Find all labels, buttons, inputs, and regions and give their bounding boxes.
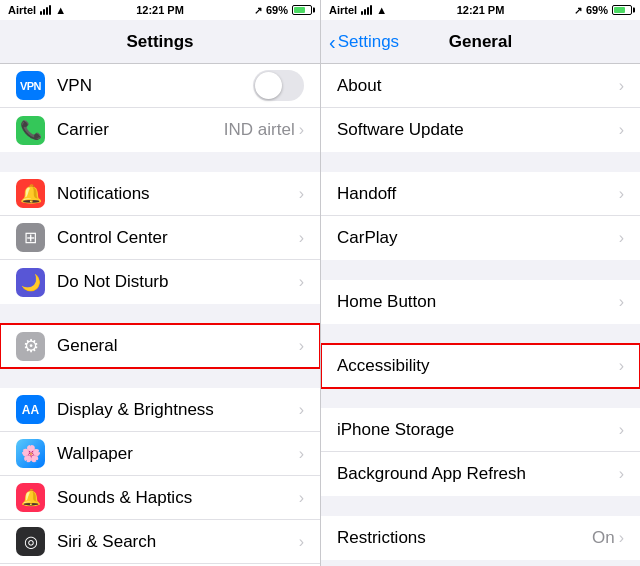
settings-item-siri[interactable]: ◎ Siri & Search › <box>0 520 320 564</box>
signal-bars-left <box>40 5 51 15</box>
settings-item-general[interactable]: ⚙ General › <box>0 324 320 368</box>
settings-item-home-button[interactable]: Home Button › <box>321 280 640 324</box>
back-label: Settings <box>338 32 399 52</box>
software-update-label: Software Update <box>337 120 619 140</box>
settings-item-sounds[interactable]: 🔔 Sounds & Haptics › <box>0 476 320 520</box>
gap-r1 <box>321 152 640 172</box>
right-scroll[interactable]: About › Software Update › Handoff › CarP… <box>321 64 640 566</box>
control-center-icon: ⊞ <box>16 223 45 252</box>
back-chevron-icon: ‹ <box>329 32 336 52</box>
accessibility-chevron: › <box>619 357 624 375</box>
carrier-value: IND airtel <box>224 120 295 140</box>
siri-icon: ◎ <box>16 527 45 556</box>
status-bar-right: Airtel ▲ 12:21 PM ↗ 69% <box>321 0 640 20</box>
storage-section: iPhone Storage › Background App Refresh … <box>321 408 640 496</box>
carrier-right: Airtel <box>329 4 357 16</box>
general-label: General <box>57 336 299 356</box>
handoff-label: Handoff <box>337 184 619 204</box>
display-chevron: › <box>299 401 304 419</box>
settings-item-carplay[interactable]: CarPlay › <box>321 216 640 260</box>
restrictions-value: On <box>592 528 615 548</box>
carrier-label: Carrier <box>57 120 224 140</box>
nav-title-left: Settings <box>126 32 193 52</box>
nav-bar-left: Settings <box>0 20 320 64</box>
gap3 <box>0 368 320 388</box>
carrier-chevron: › <box>299 121 304 139</box>
right-panel: Airtel ▲ 12:21 PM ↗ 69% ‹ Settings Gener… <box>320 0 640 566</box>
settings-item-notifications[interactable]: 🔔 Notifications › <box>0 172 320 216</box>
bg-refresh-chevron: › <box>619 465 624 483</box>
settings-item-vpn[interactable]: VPN VPN <box>0 64 320 108</box>
wifi-icon-left: ▲ <box>55 4 66 16</box>
wallpaper-label: Wallpaper <box>57 444 299 464</box>
restrictions-label: Restrictions <box>337 528 592 548</box>
settings-item-software-update[interactable]: Software Update › <box>321 108 640 152</box>
settings-item-accessibility[interactable]: Accessibility › <box>321 344 640 388</box>
dnd-label: Do Not Disturb <box>57 272 299 292</box>
accessibility-label: Accessibility <box>337 356 619 376</box>
carrier-icon: 📞 <box>16 116 45 145</box>
arrow-icon-left: ↗ <box>254 5 262 16</box>
settings-item-dnd[interactable]: 🌙 Do Not Disturb › <box>0 260 320 304</box>
settings-item-iphone-storage[interactable]: iPhone Storage › <box>321 408 640 452</box>
display-group: AA Display & Brightness › 🌸 Wallpaper › … <box>0 388 320 566</box>
vpn-toggle[interactable] <box>253 70 304 101</box>
iphone-storage-chevron: › <box>619 421 624 439</box>
control-center-label: Control Center <box>57 228 299 248</box>
sounds-label: Sounds & Haptics <box>57 488 299 508</box>
gap1 <box>0 152 320 172</box>
display-label: Display & Brightness <box>57 400 299 420</box>
home-button-chevron: › <box>619 293 624 311</box>
nav-title-right: General <box>449 32 512 52</box>
notifications-icon: 🔔 <box>16 179 45 208</box>
home-button-label: Home Button <box>337 292 619 312</box>
siri-chevron: › <box>299 533 304 551</box>
general-group: ⚙ General › <box>0 324 320 368</box>
home-button-section: Home Button › <box>321 280 640 324</box>
software-update-chevron: › <box>619 121 624 139</box>
status-right-left: ↗ 69% <box>254 4 312 16</box>
vpn-group: VPN VPN 📞 Carrier IND airtel › <box>0 64 320 152</box>
siri-label: Siri & Search <box>57 532 299 552</box>
battery-percent-right: 69% <box>586 4 608 16</box>
general-chevron: › <box>299 337 304 355</box>
settings-item-restrictions[interactable]: Restrictions On › <box>321 516 640 560</box>
time-right: 12:21 PM <box>457 4 505 16</box>
settings-item-about[interactable]: About › <box>321 64 640 108</box>
general-icon: ⚙ <box>16 332 45 361</box>
wallpaper-chevron: › <box>299 445 304 463</box>
arrow-icon-right: ↗ <box>574 5 582 16</box>
settings-item-carrier[interactable]: 📞 Carrier IND airtel › <box>0 108 320 152</box>
settings-item-handoff[interactable]: Handoff › <box>321 172 640 216</box>
handoff-chevron: › <box>619 185 624 203</box>
about-chevron: › <box>619 77 624 95</box>
back-button[interactable]: ‹ Settings <box>329 32 399 52</box>
control-center-chevron: › <box>299 229 304 247</box>
bg-refresh-label: Background App Refresh <box>337 464 619 484</box>
sounds-chevron: › <box>299 489 304 507</box>
status-right-right: ↗ 69% <box>574 4 632 16</box>
sounds-icon: 🔔 <box>16 483 45 512</box>
settings-item-wallpaper[interactable]: 🌸 Wallpaper › <box>0 432 320 476</box>
settings-item-display[interactable]: AA Display & Brightness › <box>0 388 320 432</box>
gap-r2 <box>321 260 640 280</box>
gap-r5 <box>321 496 640 516</box>
accessibility-section: Accessibility › <box>321 344 640 388</box>
left-panel: Airtel ▲ 12:21 PM ↗ 69% Settings VPN <box>0 0 320 566</box>
nav-bar-right: ‹ Settings General <box>321 20 640 64</box>
left-scroll[interactable]: VPN VPN 📞 Carrier IND airtel › 🔔 Notific… <box>0 64 320 566</box>
dnd-chevron: › <box>299 273 304 291</box>
time-left: 12:21 PM <box>136 4 184 16</box>
carplay-chevron: › <box>619 229 624 247</box>
vpn-toggle-knob <box>255 72 282 99</box>
restrictions-section: Restrictions On › <box>321 516 640 560</box>
gap-r3 <box>321 324 640 344</box>
notifications-chevron: › <box>299 185 304 203</box>
battery-right <box>612 5 632 15</box>
settings-item-bg-refresh[interactable]: Background App Refresh › <box>321 452 640 496</box>
status-left-right: Airtel ▲ <box>329 4 387 16</box>
settings-item-control-center[interactable]: ⊞ Control Center › <box>0 216 320 260</box>
carrier-left: Airtel <box>8 4 36 16</box>
about-label: About <box>337 76 619 96</box>
wifi-icon-right: ▲ <box>376 4 387 16</box>
